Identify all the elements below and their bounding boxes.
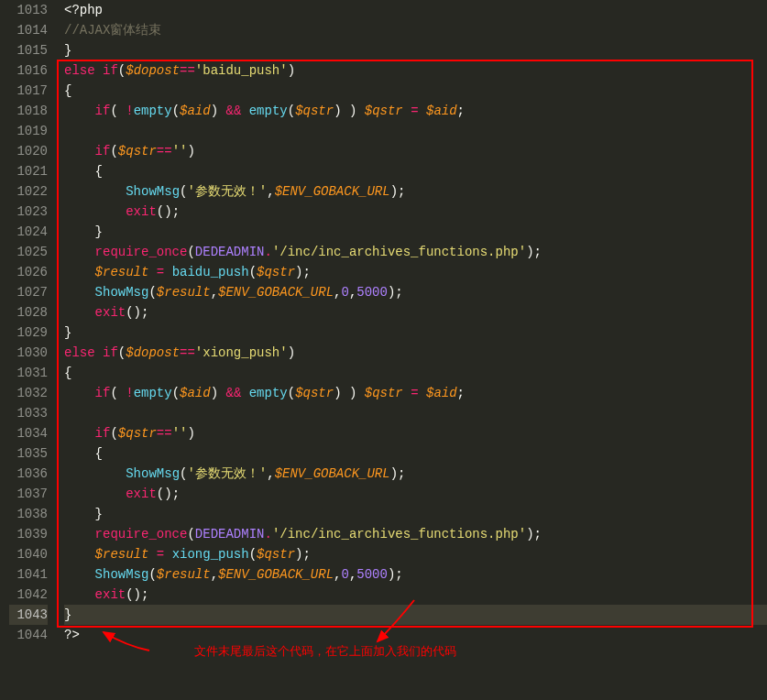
line-number: 1040 (9, 544, 48, 564)
code-line[interactable]: ShowMsg($result,$ENV_GOBACK_URL,0,5000); (64, 282, 767, 302)
code-line[interactable] (64, 121, 767, 141)
line-number: 1038 (9, 504, 48, 524)
line-number: 1034 (9, 423, 48, 443)
line-number: 1044 (9, 625, 48, 645)
code-line[interactable]: //AJAX窗体结束 (64, 20, 767, 40)
line-number: 1017 (9, 81, 48, 101)
line-number: 1022 (9, 181, 48, 202)
line-number: 1039 (9, 524, 48, 544)
code-line[interactable]: require_once(DEDEADMIN.'/inc/inc_archive… (64, 242, 767, 262)
code-line[interactable]: } (64, 323, 767, 343)
code-line[interactable]: { (64, 443, 767, 464)
code-line[interactable]: if( !empty($aid) && empty($qstr) ) $qstr… (64, 383, 767, 403)
code-line[interactable]: if($qstr=='') (64, 141, 767, 161)
code-line[interactable]: require_once(DEDEADMIN.'/inc/inc_archive… (64, 524, 767, 544)
code-line[interactable]: $result = baidu_push($qstr); (64, 262, 767, 282)
line-number: 1016 (9, 60, 48, 81)
line-number: 1027 (9, 282, 48, 302)
code-line[interactable]: } (64, 40, 767, 60)
line-number-gutter: 1013101410151016101710181019102010211022… (0, 0, 57, 700)
line-number: 1041 (9, 564, 48, 585)
code-line[interactable]: } (64, 605, 767, 625)
code-line[interactable]: else if($dopost=='baidu_push') (64, 60, 767, 81)
line-number: 1014 (9, 20, 48, 40)
code-line[interactable]: <?php (64, 0, 767, 20)
code-line[interactable]: ShowMsg('参数无效！',$ENV_GOBACK_URL); (64, 464, 767, 484)
code-line[interactable]: exit(); (64, 202, 767, 222)
code-area[interactable]: <?php//AJAX窗体结束}else if($dopost=='baidu_… (57, 0, 767, 700)
line-number: 1043 (9, 605, 48, 625)
code-line[interactable]: } (64, 504, 767, 524)
code-line[interactable]: exit(); (64, 585, 767, 605)
line-number: 1023 (9, 202, 48, 222)
annotation-text: 文件末尾最后这个代码，在它上面加入我们的代码 (194, 641, 456, 662)
code-line[interactable]: if($qstr=='') (64, 423, 767, 443)
code-line[interactable]: $result = xiong_push($qstr); (64, 544, 767, 564)
line-number: 1037 (9, 484, 48, 504)
line-number: 1018 (9, 101, 48, 121)
line-number: 1042 (9, 585, 48, 605)
code-line[interactable]: } (64, 222, 767, 242)
line-number: 1030 (9, 343, 48, 363)
line-number: 1029 (9, 323, 48, 343)
line-number: 1021 (9, 161, 48, 181)
line-number: 1013 (9, 0, 48, 20)
line-number: 1035 (9, 443, 48, 464)
code-line[interactable]: if( !empty($aid) && empty($qstr) ) $qstr… (64, 101, 767, 121)
line-number: 1019 (9, 121, 48, 141)
code-editor[interactable]: 1013101410151016101710181019102010211022… (0, 0, 767, 700)
line-number: 1025 (9, 242, 48, 262)
line-number: 1020 (9, 141, 48, 161)
line-number: 1031 (9, 363, 48, 383)
code-line[interactable]: ShowMsg('参数无效！',$ENV_GOBACK_URL); (64, 181, 767, 202)
code-line[interactable]: else if($dopost=='xiong_push') (64, 343, 767, 363)
line-number: 1036 (9, 464, 48, 484)
code-line[interactable]: { (64, 363, 767, 383)
code-line[interactable]: exit(); (64, 484, 767, 504)
code-line[interactable]: exit(); (64, 302, 767, 323)
line-number: 1024 (9, 222, 48, 242)
code-line[interactable]: { (64, 161, 767, 181)
line-number: 1015 (9, 40, 48, 60)
line-number: 1033 (9, 403, 48, 423)
code-line[interactable] (64, 403, 767, 423)
line-number: 1032 (9, 383, 48, 403)
code-line[interactable]: ShowMsg($result,$ENV_GOBACK_URL,0,5000); (64, 564, 767, 585)
line-number: 1028 (9, 302, 48, 323)
code-line[interactable]: { (64, 81, 767, 101)
line-number: 1026 (9, 262, 48, 282)
